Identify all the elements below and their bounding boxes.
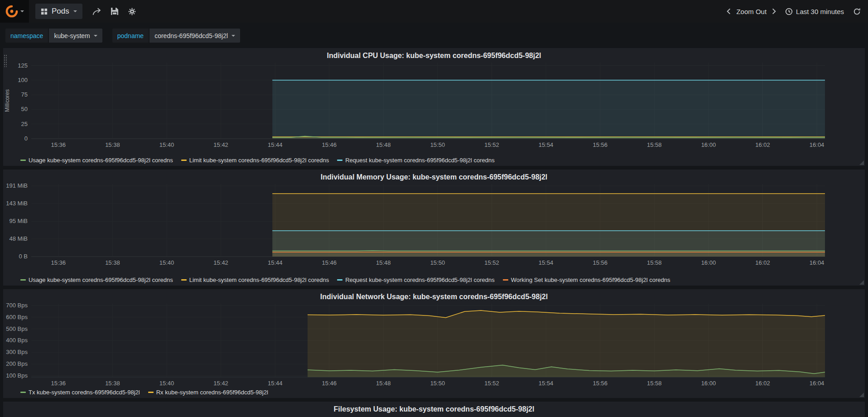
legend-item[interactable]: Tx kube-system coredns-695f96dcd5-98j2l — [20, 389, 140, 396]
panel-resize-handle[interactable] — [859, 280, 864, 285]
time-range-label: Last 30 minutes — [796, 8, 844, 15]
legend-item[interactable]: Rx kube-system coredns-695f96dcd5-98j2l — [148, 389, 268, 396]
svg-text:16:04: 16:04 — [810, 141, 825, 148]
svg-text:400 Bps: 400 Bps — [6, 337, 28, 344]
legend-series-swatch — [148, 392, 154, 393]
svg-text:15:48: 15:48 — [376, 141, 391, 148]
legend-series-label: Request kube-system coredns-695f96dcd5-9… — [345, 276, 495, 283]
panel-cpu-usage: Individual CPU Usage: kube-system coredn… — [3, 48, 865, 166]
dashboard-picker-button[interactable]: Pods — [35, 4, 82, 19]
svg-text:48 MiB: 48 MiB — [10, 235, 28, 242]
legend-item[interactable]: Request kube-system coredns-695f96dcd5-9… — [337, 157, 495, 164]
svg-text:15:38: 15:38 — [105, 259, 120, 266]
legend-item[interactable]: Usage kube-system coredns-695f96dcd5-98j… — [20, 276, 173, 283]
legend-series-label: Working Set kube-system coredns-695f96dc… — [511, 276, 670, 283]
svg-text:100: 100 — [18, 77, 28, 83]
time-controls: Zoom Out Last 30 minutes — [724, 6, 861, 17]
chevron-right-icon — [772, 8, 776, 15]
svg-text:15:38: 15:38 — [105, 380, 120, 387]
navbar: Pods — [0, 0, 868, 23]
svg-text:15:36: 15:36 — [51, 259, 66, 266]
cpu-usage-chart[interactable]: 025507510012515:3615:3815:4015:4215:4415… — [3, 60, 865, 151]
legend-series-swatch — [20, 279, 26, 281]
svg-text:16:04: 16:04 — [810, 380, 825, 387]
share-dashboard-button[interactable] — [92, 8, 101, 15]
panel-filesystem-usage: Filesystem Usage: kube-system coredns-69… — [3, 402, 865, 417]
legend-item[interactable]: Request kube-system coredns-695f96dcd5-9… — [337, 276, 495, 283]
panel-title-filesystem[interactable]: Filesystem Usage: kube-system coredns-69… — [3, 402, 865, 413]
svg-text:15:42: 15:42 — [213, 380, 228, 387]
legend-item[interactable]: Usage kube-system coredns-695f96dcd5-98j… — [20, 157, 173, 164]
panel-memory-usage: Individual Memory Usage: kube-system cor… — [3, 170, 865, 286]
variable-value-text: kube-system — [54, 32, 90, 39]
variable-value-text: coredns-695f96dcd5-98j2l — [154, 32, 228, 39]
svg-text:15:56: 15:56 — [593, 141, 608, 148]
legend-series-label: Request kube-system coredns-695f96dcd5-9… — [345, 157, 495, 164]
svg-text:15:42: 15:42 — [213, 259, 228, 266]
svg-text:600 Bps: 600 Bps — [6, 314, 28, 320]
legend-series-swatch — [20, 392, 26, 393]
svg-text:15:44: 15:44 — [268, 380, 283, 387]
svg-text:15:42: 15:42 — [213, 141, 228, 148]
variable-value-namespace-dropdown[interactable]: kube-system — [49, 29, 102, 43]
network-legend: Tx kube-system coredns-695f96dcd5-98j2lR… — [20, 389, 851, 396]
panel-title-cpu[interactable]: Individual CPU Usage: kube-system coredn… — [3, 48, 865, 60]
svg-text:15:36: 15:36 — [51, 380, 66, 387]
dashboard-title: Pods — [52, 7, 69, 16]
time-range-picker[interactable]: Last 30 minutes — [785, 8, 844, 15]
panel-resize-handle[interactable] — [859, 393, 864, 397]
svg-text:15:50: 15:50 — [430, 380, 445, 387]
cpu-legend: Usage kube-system coredns-695f96dcd5-98j… — [20, 157, 851, 164]
svg-text:15:44: 15:44 — [268, 141, 283, 148]
legend-series-label: Usage kube-system coredns-695f96dcd5-98j… — [29, 276, 173, 283]
svg-text:200 Bps: 200 Bps — [6, 360, 28, 367]
variable-value-podname-dropdown[interactable]: coredns-695f96dcd5-98j2l — [149, 29, 240, 43]
svg-text:15:40: 15:40 — [159, 259, 174, 266]
legend-item[interactable]: Limit kube-system coredns-695f96dcd5-98j… — [181, 276, 329, 283]
legend-item[interactable]: Working Set kube-system coredns-695f96dc… — [503, 276, 670, 283]
legend-item[interactable]: Limit kube-system coredns-695f96dcd5-98j… — [181, 157, 329, 164]
svg-text:300 Bps: 300 Bps — [6, 349, 28, 355]
svg-text:15:50: 15:50 — [430, 141, 445, 148]
grafana-main-menu-button[interactable] — [0, 0, 29, 23]
legend-series-label: Rx kube-system coredns-695f96dcd5-98j2l — [156, 389, 268, 396]
legend-series-swatch — [337, 160, 342, 161]
svg-text:15:46: 15:46 — [322, 380, 337, 387]
svg-text:15:48: 15:48 — [376, 380, 391, 387]
caret-down-icon — [73, 10, 77, 12]
panel-title-network[interactable]: Individual Network Usage: kube-system co… — [3, 289, 865, 301]
network-usage-chart[interactable]: 100 Bps200 Bps300 Bps400 Bps500 Bps600 B… — [3, 301, 865, 390]
svg-text:191 MiB: 191 MiB — [6, 182, 28, 189]
time-shift-forward-button[interactable] — [769, 6, 779, 16]
svg-text:700 Bps: 700 Bps — [6, 302, 28, 309]
caret-down-icon — [94, 35, 97, 37]
variable-label-podname: podname — [112, 29, 149, 43]
panel-resize-handle[interactable] — [859, 160, 864, 165]
panel-title-memory[interactable]: Individual Memory Usage: kube-system cor… — [3, 170, 865, 181]
svg-text:15:46: 15:46 — [322, 259, 337, 266]
svg-text:15:40: 15:40 — [159, 141, 174, 148]
apps-grid-icon — [41, 8, 48, 15]
caret-down-icon — [20, 10, 24, 12]
svg-text:15:38: 15:38 — [105, 141, 120, 148]
share-icon — [92, 8, 101, 15]
variable-label-namespace: namespace — [5, 29, 48, 43]
legend-series-swatch — [181, 160, 187, 161]
legend-series-swatch — [503, 279, 508, 281]
time-shift-back-button[interactable] — [724, 6, 733, 16]
svg-text:16:00: 16:00 — [701, 141, 716, 148]
svg-text:125: 125 — [18, 62, 28, 69]
save-dashboard-button[interactable] — [111, 8, 118, 15]
svg-text:15:52: 15:52 — [484, 141, 499, 148]
dashboard-settings-button[interactable] — [128, 8, 136, 15]
caret-down-icon — [231, 35, 235, 37]
memory-usage-chart[interactable]: 0 B48 MiB95 MiB143 MiB191 MiB15:3615:381… — [3, 181, 865, 269]
svg-text:15:48: 15:48 — [376, 259, 391, 266]
svg-text:143 MiB: 143 MiB — [6, 200, 28, 207]
zoom-out-button[interactable]: Zoom Out — [733, 6, 769, 17]
svg-text:16:02: 16:02 — [755, 259, 770, 266]
svg-text:15:54: 15:54 — [539, 259, 554, 266]
legend-series-swatch — [181, 279, 187, 281]
legend-series-label: Usage kube-system coredns-695f96dcd5-98j… — [29, 157, 173, 164]
refresh-dashboard-button[interactable] — [853, 8, 861, 15]
